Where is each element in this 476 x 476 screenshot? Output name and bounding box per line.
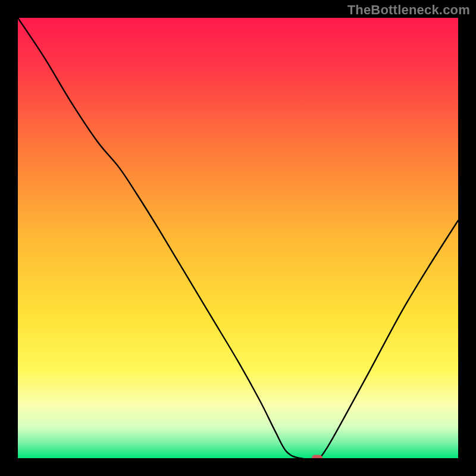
chart-frame: TheBottleneck.com [0, 0, 476, 476]
watermark-text: TheBottleneck.com [347, 2, 470, 18]
optimal-point-marker [312, 455, 322, 459]
plot-area [18, 18, 458, 458]
bottleneck-curve [18, 18, 458, 458]
